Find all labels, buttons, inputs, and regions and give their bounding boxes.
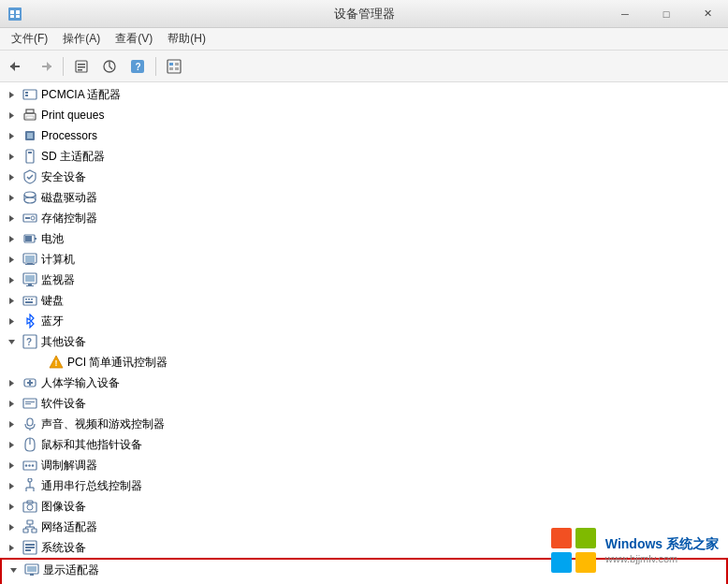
svg-marker-35 bbox=[9, 174, 14, 181]
tree-item-monitor[interactable]: 监视器 bbox=[0, 270, 728, 290]
tree-item-computer[interactable]: 计算机 bbox=[0, 249, 728, 270]
tree-item-com[interactable]: 通用串行总线控制器 bbox=[0, 475, 728, 496]
menu-file[interactable]: 文件(F) bbox=[4, 29, 55, 50]
tree-item-pci[interactable]: !PCI 简单通讯控制器 bbox=[0, 352, 728, 372]
tree-item-mouse[interactable]: 鼠标和其他指针设备 bbox=[0, 434, 728, 455]
device-label-imaging: 图像设备 bbox=[41, 499, 86, 515]
forward-icon bbox=[37, 59, 52, 74]
toolbar-properties[interactable] bbox=[68, 54, 95, 79]
expand-icon-print[interactable] bbox=[4, 108, 19, 123]
svg-rect-74 bbox=[29, 380, 31, 386]
expand-icon-bluetooth[interactable] bbox=[4, 314, 19, 328]
device-icon-com bbox=[22, 477, 38, 494]
svg-rect-1 bbox=[10, 10, 14, 14]
svg-marker-71 bbox=[9, 380, 14, 387]
tree-item-battery[interactable]: 电池 bbox=[0, 228, 728, 249]
svg-rect-11 bbox=[78, 66, 85, 68]
menu-view[interactable]: 查看(V) bbox=[108, 29, 160, 50]
tree-item-sd[interactable]: SD 主适配器 bbox=[0, 146, 728, 167]
svg-rect-12 bbox=[78, 69, 82, 71]
svg-marker-82 bbox=[9, 442, 14, 448]
expand-icon-other[interactable] bbox=[4, 334, 19, 349]
expand-icon-security[interactable] bbox=[4, 169, 19, 184]
tree-item-other[interactable]: ?其他设备 bbox=[0, 331, 728, 352]
tree-item-software[interactable]: 软件设备 bbox=[0, 393, 728, 414]
expand-icon-display[interactable] bbox=[6, 562, 21, 577]
device-label-battery: 电池 bbox=[41, 231, 64, 247]
tree-item-disk[interactable]: 磁盘驱动器 bbox=[0, 187, 728, 208]
svg-rect-20 bbox=[175, 67, 179, 70]
expand-icon-system[interactable] bbox=[4, 540, 19, 555]
minimize-button[interactable]: ─ bbox=[604, 0, 646, 28]
device-label-security: 安全设备 bbox=[41, 169, 86, 185]
svg-rect-64 bbox=[25, 301, 33, 303]
svg-rect-16 bbox=[167, 60, 181, 73]
svg-marker-45 bbox=[9, 236, 14, 242]
tree-item-bluetooth[interactable]: 蓝牙 bbox=[0, 311, 728, 331]
svg-point-37 bbox=[24, 192, 36, 197]
expand-icon-storage[interactable] bbox=[4, 211, 19, 226]
svg-rect-27 bbox=[26, 110, 34, 113]
svg-rect-34 bbox=[28, 152, 32, 153]
tree-item-audio-game[interactable]: 声音、视频和游戏控制器 bbox=[0, 414, 728, 434]
expand-icon-computer[interactable] bbox=[4, 252, 19, 267]
svg-text:?: ? bbox=[26, 337, 32, 347]
windows-url: www.bjjmlv.com bbox=[605, 553, 719, 564]
expand-icon-software[interactable] bbox=[4, 396, 19, 411]
expand-icon-monitor[interactable] bbox=[4, 272, 19, 287]
title-controls: ─ □ ✕ bbox=[604, 0, 728, 28]
expand-icon-processors[interactable] bbox=[4, 128, 19, 143]
tree-item-ati[interactable]: ATI Mobility Radeon HD 3400 Series (Micr… bbox=[2, 580, 726, 584]
tree-item-storage[interactable]: 存储控制器 bbox=[0, 208, 728, 228]
toolbar-update[interactable] bbox=[161, 54, 187, 79]
menu-help[interactable]: 帮助(H) bbox=[160, 29, 213, 50]
toolbar-sep-1 bbox=[63, 57, 64, 76]
app-icon bbox=[7, 7, 22, 22]
svg-marker-25 bbox=[9, 112, 14, 119]
expand-icon-battery[interactable] bbox=[4, 231, 19, 246]
svg-marker-54 bbox=[9, 277, 14, 284]
svg-rect-100 bbox=[27, 520, 33, 524]
svg-rect-60 bbox=[23, 297, 36, 305]
maximize-button[interactable]: □ bbox=[646, 0, 687, 28]
device-tree[interactable]: PCMCIA 适配器Print queuesProcessorsSD 主适配器安… bbox=[0, 82, 728, 584]
device-label-pci: PCI 简单通讯控制器 bbox=[67, 355, 167, 371]
expand-icon-hid[interactable] bbox=[4, 375, 19, 390]
device-label-processors: Processors bbox=[41, 129, 97, 142]
expand-icon-imaging[interactable] bbox=[4, 499, 19, 514]
tree-item-pcmcia[interactable]: PCMCIA 适配器 bbox=[0, 84, 728, 105]
toolbar-help[interactable]: ? bbox=[124, 54, 151, 79]
svg-rect-19 bbox=[169, 67, 173, 70]
svg-rect-61 bbox=[25, 299, 27, 300]
expand-icon-modem[interactable] bbox=[4, 458, 19, 473]
toolbar-back[interactable] bbox=[4, 54, 30, 79]
svg-marker-89 bbox=[9, 483, 14, 489]
device-label-bluetooth: 蓝牙 bbox=[41, 314, 64, 329]
expand-icon-sd[interactable] bbox=[4, 149, 19, 164]
svg-rect-114 bbox=[27, 566, 36, 572]
svg-rect-0 bbox=[8, 7, 22, 21]
tree-item-print[interactable]: Print queues bbox=[0, 105, 728, 125]
svg-rect-78 bbox=[25, 403, 31, 404]
device-label-disk: 磁盘驱动器 bbox=[41, 190, 97, 206]
expand-icon-com[interactable] bbox=[4, 478, 19, 493]
toolbar-forward[interactable] bbox=[32, 54, 58, 79]
tree-item-keyboard[interactable]: 键盘 bbox=[0, 290, 728, 311]
expand-icon-disk[interactable] bbox=[4, 190, 19, 205]
expand-icon-network[interactable] bbox=[4, 519, 19, 534]
tree-item-security[interactable]: 安全设备 bbox=[0, 167, 728, 187]
expand-icon-mouse[interactable] bbox=[4, 437, 19, 452]
tree-item-modem[interactable]: 调制解调器 bbox=[0, 455, 728, 475]
toolbar-scan[interactable] bbox=[96, 54, 123, 79]
svg-rect-126 bbox=[551, 552, 572, 573]
close-button[interactable]: ✕ bbox=[687, 0, 728, 28]
tree-item-processors[interactable]: Processors bbox=[0, 125, 728, 146]
tree-item-hid[interactable]: 人体学输入设备 bbox=[0, 372, 728, 393]
expand-icon-pcmcia[interactable] bbox=[4, 87, 19, 102]
svg-rect-62 bbox=[28, 299, 30, 300]
expand-icon-keyboard[interactable] bbox=[4, 293, 19, 308]
expand-icon-audio-game[interactable] bbox=[4, 416, 19, 431]
menu-action[interactable]: 操作(A) bbox=[55, 29, 108, 50]
tree-item-imaging[interactable]: 图像设备 bbox=[0, 496, 728, 517]
device-icon-battery bbox=[22, 230, 38, 247]
